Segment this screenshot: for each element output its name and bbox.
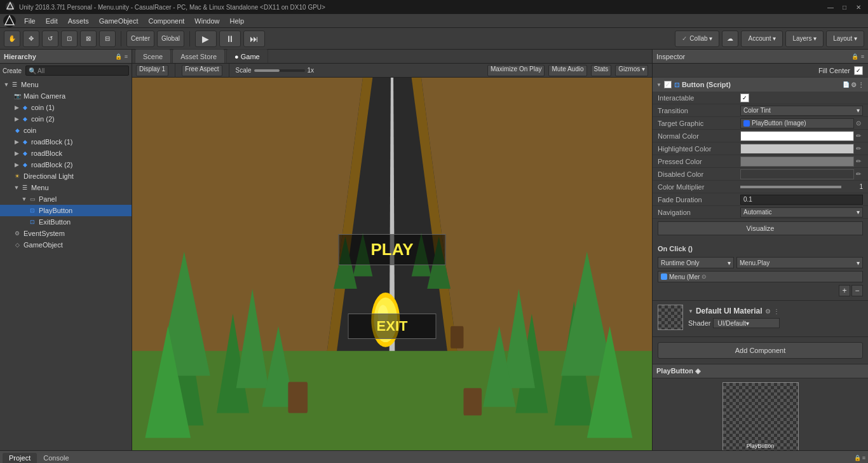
- menu-gameobject[interactable]: GameObject: [94, 16, 144, 26]
- collapse-arrow[interactable]: ▼: [656, 82, 661, 88]
- pivot-center[interactable]: Center: [126, 31, 154, 47]
- color-multiplier-slider[interactable]: 1: [740, 183, 863, 190]
- menu-component[interactable]: Component: [143, 16, 189, 26]
- tree-item-roadblock1[interactable]: ▶ ◆ roadBlock (1): [0, 136, 132, 148]
- create-button[interactable]: Create: [3, 67, 22, 74]
- coord-global[interactable]: Global: [157, 31, 184, 47]
- inspector-menu-icon[interactable]: ≡: [861, 53, 864, 60]
- tree-item-roadblock2[interactable]: ▶ ◆ roadBlock (2): [0, 159, 132, 170]
- maximize-button[interactable]: □: [840, 3, 849, 11]
- tool-rotate[interactable]: ↺: [42, 31, 58, 47]
- maximize-btn[interactable]: Maximize On Play: [487, 65, 545, 76]
- tree-item-coin1[interactable]: ▶ ◆ coin (1): [0, 102, 132, 113]
- tool-hand[interactable]: ✋: [4, 31, 20, 47]
- tree-item-coin[interactable]: ◆ coin: [0, 125, 132, 136]
- pause-button[interactable]: ⏸: [219, 31, 241, 47]
- material-gear-icon[interactable]: ⚙: [765, 308, 771, 315]
- pressed-color-box[interactable]: [740, 156, 854, 167]
- gear-icon[interactable]: ⚙: [851, 81, 857, 88]
- tool-rect[interactable]: ⊠: [80, 31, 97, 47]
- tab-asset-store[interactable]: Asset Store: [172, 49, 225, 63]
- panel-lock-icon[interactable]: 🔒: [854, 455, 861, 461]
- target-graphic-edit-icon[interactable]: ⊙: [854, 119, 863, 128]
- gizmos-btn[interactable]: Gizmos ▾: [615, 65, 648, 76]
- target-graphic-ref[interactable]: PlayButton (Image): [740, 118, 854, 128]
- sep: [175, 64, 175, 78]
- tree-item-playbutton[interactable]: ⊡ PlayButton: [0, 205, 132, 216]
- fade-duration-field[interactable]: 0.1: [740, 195, 863, 205]
- aspect-dropdown[interactable]: Free Aspect: [182, 65, 222, 76]
- collab-button[interactable]: ✓ Collab ▾: [675, 31, 719, 47]
- menu-edit[interactable]: Edit: [41, 16, 63, 26]
- obj-icon: [661, 273, 667, 280]
- step-button[interactable]: ⏭: [243, 31, 265, 47]
- highlighted-color-edit-icon[interactable]: ✏: [854, 144, 863, 153]
- overflow-icon[interactable]: ⋮: [858, 81, 864, 88]
- normal-color-box[interactable]: [740, 131, 854, 141]
- material-overflow-icon[interactable]: ⋮: [773, 308, 780, 315]
- tree-item-main-camera[interactable]: 📷 Main Camera: [0, 90, 132, 102]
- tree-item-exitbutton[interactable]: ⊡ ExitButton: [0, 216, 132, 228]
- display-dropdown[interactable]: Display 1: [136, 65, 168, 76]
- pressed-color-label: Pressed Color: [658, 158, 740, 165]
- material-shader-row: Shader UI/Default ▾: [688, 318, 780, 328]
- panel-menu-icon[interactable]: ≡: [862, 455, 865, 461]
- tree-item-eventsystem[interactable]: ⚙ EventSystem: [0, 228, 132, 239]
- minimize-button[interactable]: —: [826, 3, 835, 11]
- tab-scene[interactable]: Scene: [135, 49, 171, 63]
- panel-icon: ▭: [28, 195, 37, 204]
- tab-console[interactable]: Console: [37, 453, 75, 463]
- layers-button[interactable]: Layers ▾: [785, 31, 824, 47]
- runtime-dropdown[interactable]: Runtime Only ▾: [658, 257, 734, 268]
- add-component-button[interactable]: Add Component: [658, 342, 863, 359]
- tree-item-gameobject[interactable]: ◇ GameObject: [0, 239, 132, 251]
- tree-item-panel[interactable]: ▼ ▭ Panel: [0, 193, 132, 205]
- onclick-obj-ref[interactable]: Menu (Mer ⊙: [658, 271, 863, 282]
- onclick-plus-button[interactable]: +: [839, 285, 850, 296]
- scale-slider[interactable]: [254, 69, 305, 72]
- menu-file[interactable]: File: [19, 16, 41, 26]
- cloud-button[interactable]: ☁: [722, 31, 738, 47]
- roadblock2-icon: ◆: [20, 160, 29, 169]
- tree-label: roadBlock (1): [31, 138, 72, 146]
- tool-transform[interactable]: ⊟: [99, 31, 116, 47]
- hierarchy-lock[interactable]: 🔒: [115, 53, 122, 60]
- tree-item-roadblock[interactable]: ▶ ◆ roadBlock: [0, 148, 132, 159]
- menu-assets[interactable]: Assets: [63, 16, 94, 26]
- interactable-checkbox[interactable]: ✓: [740, 93, 749, 102]
- onclick-minus-button[interactable]: −: [851, 285, 863, 296]
- tree-item-menu-root[interactable]: ▼ ☰ Menu: [0, 79, 132, 90]
- normal-color-edit-icon[interactable]: ✏: [854, 132, 863, 141]
- pressed-color-edit-icon[interactable]: ✏: [854, 157, 863, 166]
- layout-button[interactable]: Layout ▾: [826, 31, 864, 47]
- disabled-color-box[interactable]: [740, 169, 854, 179]
- tab-game[interactable]: ● Game: [226, 49, 268, 63]
- tree-item-coin2[interactable]: ▶ ◆ coin (2): [0, 113, 132, 125]
- func-dropdown[interactable]: Menu.Play ▾: [736, 257, 863, 268]
- lock-icon[interactable]: 🔒: [851, 53, 858, 60]
- shader-dropdown[interactable]: UI/Default ▾: [713, 318, 779, 328]
- play-button[interactable]: ▶: [195, 31, 217, 47]
- fill-center-checkbox[interactable]: ✓: [854, 66, 863, 75]
- menu-help[interactable]: Help: [224, 16, 249, 26]
- tab-project[interactable]: Project: [3, 453, 37, 463]
- material-arrow[interactable]: ▼: [688, 308, 693, 314]
- visualize-button[interactable]: Visualize: [658, 221, 863, 235]
- tree-item-menu[interactable]: ▼ ☰ Menu: [0, 182, 132, 193]
- tool-scale[interactable]: ⊡: [61, 31, 78, 47]
- transition-dropdown[interactable]: Color Tint ▾: [740, 106, 863, 116]
- func-label: Menu.Play: [740, 259, 770, 266]
- mute-btn[interactable]: Mute Audio: [548, 65, 587, 76]
- menu-window[interactable]: Window: [189, 16, 224, 26]
- tree-item-dirlight[interactable]: ☀ Directional Light: [0, 170, 132, 182]
- project-console: Project Console 🔒 ≡ Create ▾ 🔍 ★ 📁 ⊞ ★ F…: [0, 451, 868, 463]
- highlighted-color-box[interactable]: [740, 144, 854, 154]
- tool-move[interactable]: ✥: [23, 31, 39, 47]
- hierarchy-menu-icon[interactable]: ≡: [125, 53, 128, 60]
- stats-btn[interactable]: Stats: [591, 65, 612, 76]
- disabled-color-edit-icon[interactable]: ✏: [854, 170, 863, 179]
- navigation-dropdown[interactable]: Automatic ▾: [740, 207, 863, 218]
- component-enabled-checkbox[interactable]: ✓: [664, 81, 672, 88]
- account-button[interactable]: Account ▾: [741, 31, 783, 47]
- close-button[interactable]: ✕: [854, 3, 863, 11]
